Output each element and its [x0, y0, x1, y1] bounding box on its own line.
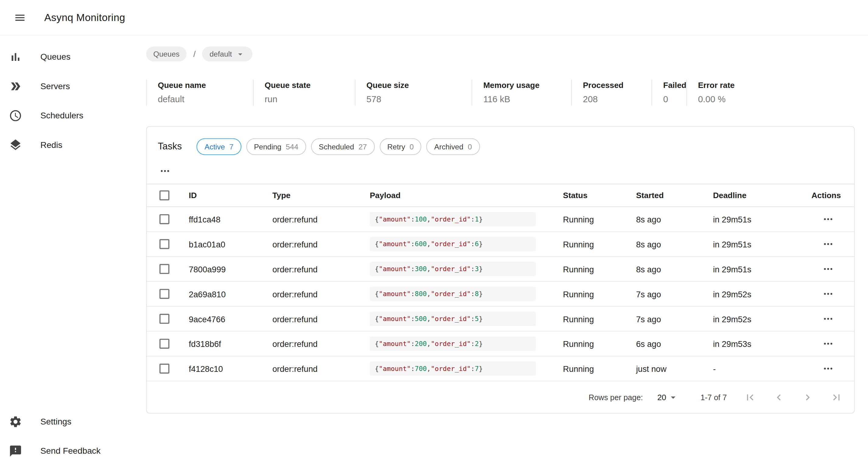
sidebar-item-redis[interactable]: Redis [0, 130, 131, 159]
tasks-card: Tasks Active 7 Pending 544 [146, 126, 855, 413]
hamburger-icon [14, 11, 26, 24]
cell-payload: {"amount":200,"order_id":2} [370, 337, 563, 351]
sidebar-item-label: Redis [40, 140, 62, 150]
cell-deadline: in 29m51s [713, 240, 802, 249]
stat-item: Queue size 578 [355, 80, 472, 105]
row-checkbox[interactable] [159, 214, 169, 224]
previous-page-button[interactable] [765, 386, 794, 408]
more-horiz-icon [823, 288, 833, 300]
row-checkbox[interactable] [159, 264, 169, 274]
cell-status: Running [563, 364, 636, 373]
asynq-monitoring-app: Asynq Monitoring Queues Servers Schedule… [0, 0, 868, 468]
gear-icon [9, 415, 22, 428]
sidebar-item-send-feedback[interactable]: Send Feedback [0, 436, 131, 465]
breadcrumb-queues-chip[interactable]: Queues [146, 46, 187, 61]
sidebar-item-settings[interactable]: Settings [0, 407, 131, 436]
column-header-status: Status [563, 191, 636, 200]
cell-id: f4128c10 [189, 364, 272, 373]
task-state-tab[interactable]: Retry 0 [379, 138, 422, 155]
breadcrumb-separator: / [193, 49, 196, 59]
stat-item: Queue name default [146, 80, 253, 105]
column-header-id: ID [189, 191, 272, 200]
task-state-tab[interactable]: Active 7 [197, 138, 241, 155]
cell-actions [820, 362, 835, 376]
task-state-tab[interactable]: Archived 0 [426, 138, 479, 155]
first-page-icon [744, 391, 756, 403]
task-state-tab[interactable]: Pending 544 [246, 138, 306, 155]
cell-payload: {"amount":800,"order_id":8} [370, 287, 563, 301]
row-checkbox[interactable] [159, 239, 169, 249]
row-actions-button[interactable] [820, 337, 835, 351]
row-actions-button[interactable] [820, 237, 835, 251]
first-page-button[interactable] [736, 386, 765, 408]
payload-json: {"amount":100,"order_id":1} [370, 212, 536, 226]
tab-label: Pending [254, 143, 281, 151]
cell-payload: {"amount":500,"order_id":5} [370, 312, 563, 326]
payload-json: {"amount":300,"order_id":3} [370, 262, 536, 276]
cell-type: order:refund [272, 289, 370, 299]
tab-count-badge: 544 [286, 143, 298, 151]
cell-status: Running [563, 339, 636, 348]
cell-id: 2a69a810 [189, 289, 272, 299]
cell-type: order:refund [272, 364, 370, 373]
stat-item: Queue state run [253, 80, 355, 105]
more-horiz-icon [159, 165, 170, 177]
table-row: ffd1ca48 order:refund {"amount":100,"ord… [147, 207, 854, 232]
rows-per-page-value: 20 [657, 393, 666, 401]
more-horiz-icon [823, 239, 833, 250]
select-all-checkbox[interactable] [159, 190, 169, 200]
cell-started: 7s ago [636, 289, 713, 299]
payload-json: {"amount":500,"order_id":5} [370, 312, 536, 326]
pagination-range: 1-7 of 7 [701, 393, 727, 401]
cell-id: ffd1ca48 [189, 215, 272, 224]
last-page-button[interactable] [822, 386, 851, 408]
sidebar-item-label: Schedulers [40, 111, 83, 121]
tab-count-badge: 0 [468, 143, 472, 151]
payload-json: {"amount":800,"order_id":8} [370, 287, 536, 301]
tab-label: Scheduled [319, 143, 354, 151]
sidebar-item-schedulers[interactable]: Schedulers [0, 101, 131, 130]
tab-count-badge: 7 [229, 143, 234, 151]
hamburger-menu-button[interactable] [9, 6, 31, 29]
sidebar-item-queues[interactable]: Queues [0, 42, 131, 71]
cell-deadline: in 29m51s [713, 215, 802, 224]
stat-label: Queue name [158, 81, 253, 90]
row-actions-button[interactable] [820, 287, 835, 301]
tasks-card-header: Tasks Active 7 Pending 544 [147, 127, 854, 155]
column-header-started: Started [636, 191, 713, 200]
cell-started: 8s ago [636, 264, 713, 274]
column-header-deadline: Deadline [713, 191, 802, 200]
row-actions-button[interactable] [820, 212, 835, 226]
cell-id: fd318b6f [189, 339, 272, 348]
task-state-tab[interactable]: Scheduled 27 [311, 138, 375, 155]
row-actions-button[interactable] [820, 362, 835, 376]
cell-actions [820, 237, 835, 251]
row-actions-button[interactable] [820, 262, 835, 276]
cell-type: order:refund [272, 314, 370, 323]
row-checkbox[interactable] [159, 314, 169, 324]
cell-actions [820, 287, 835, 301]
stat-label: Queue state [265, 81, 354, 90]
sidebar: Queues Servers Schedulers Redis Settings [0, 35, 131, 468]
cell-status: Running [563, 240, 636, 249]
cell-status: Running [563, 264, 636, 274]
row-checkbox[interactable] [159, 339, 169, 349]
cell-deadline: in 29m51s [713, 264, 802, 274]
sidebar-item-servers[interactable]: Servers [0, 71, 131, 101]
next-page-button[interactable] [793, 386, 822, 408]
breadcrumb: Queues / default [146, 46, 855, 61]
sidebar-item-label: Queues [40, 52, 71, 62]
table-overflow-menu-button[interactable] [158, 164, 172, 178]
row-checkbox[interactable] [159, 289, 169, 299]
row-actions-button[interactable] [820, 312, 835, 326]
cell-payload: {"amount":100,"order_id":1} [370, 212, 563, 226]
cell-actions [820, 337, 835, 351]
rows-per-page-select[interactable]: 20 [657, 392, 678, 403]
tab-label: Archived [434, 143, 464, 151]
clock-icon [9, 108, 22, 122]
table-row: fd318b6f order:refund {"amount":200,"ord… [147, 332, 854, 356]
row-checkbox[interactable] [159, 364, 169, 374]
breadcrumb-queue-selector[interactable]: default [203, 46, 253, 61]
stat-label: Processed [583, 81, 652, 90]
tasks-title: Tasks [158, 141, 182, 152]
